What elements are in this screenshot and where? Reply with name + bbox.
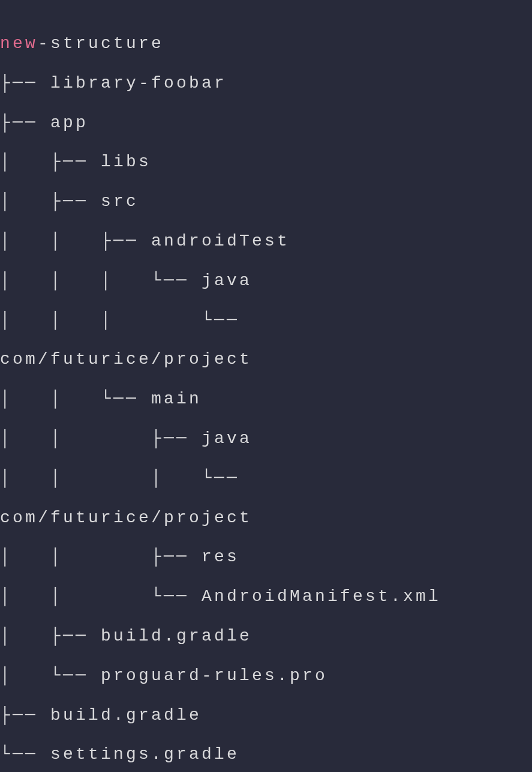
tree-line: │ │ └── AndroidManifest.xml [0,577,532,617]
code-block: new-structure├── library-foobar├── app│ … [0,0,532,772]
text: -structure [38,34,164,53]
tree-line: │ │ ├── androidTest [0,222,532,261]
tree-line: com/futurice/project [0,340,532,379]
keyword-new: new [0,34,38,53]
tree-line: ├── app [0,103,532,143]
tree-line: │ └── proguard-rules.pro [0,656,532,696]
tree-line: └── settings.gradle [0,735,532,772]
tree-line: │ ├── src [0,182,532,222]
tree-line: com/futurice/project [0,498,532,538]
tree-line: │ ├── libs [0,142,532,182]
code-line: new-structure [0,24,532,64]
tree-line: │ │ ├── java [0,419,532,459]
tree-line: │ │ │ └── [0,459,532,498]
tree-line: ├── library-foobar [0,64,532,103]
tree-line: ├── build.gradle [0,696,532,735]
tree-line: │ │ ├── res [0,537,532,577]
tree-line: │ │ └── main [0,379,532,419]
tree-line: │ │ │ └── [0,301,532,340]
tree-line: │ ├── build.gradle [0,617,532,656]
tree-line: │ │ │ └── java [0,261,532,301]
